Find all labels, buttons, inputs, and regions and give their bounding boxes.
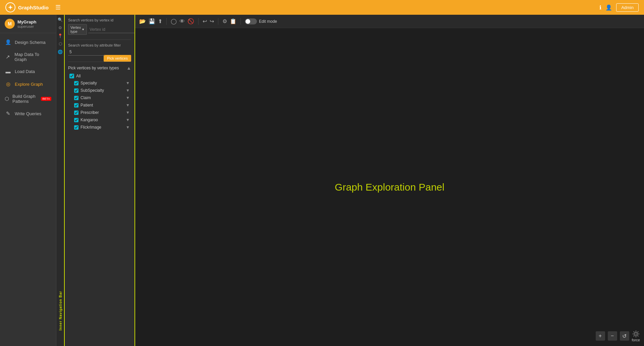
- toolbar-eye-slash-icon[interactable]: 🚫: [187, 18, 194, 24]
- sidebar-item-design-schema[interactable]: 👤 Design Schema: [0, 36, 56, 49]
- graph-toolbar: 📂 💾 ⬆ ◯ 👁 🚫 ↩ ↪ ⚙ 📋 Edit mode: [135, 15, 644, 28]
- vertex-type-checkbox-1[interactable]: [74, 88, 78, 93]
- graph-area: 📂 💾 ⬆ ◯ 👁 🚫 ↩ ↪ ⚙ 📋 Edit mode Graph Expl…: [135, 15, 644, 346]
- force-label[interactable]: force: [632, 330, 640, 342]
- vertex-type-filter-icon-3[interactable]: ▼: [126, 103, 130, 108]
- design-schema-icon: 👤: [5, 39, 11, 45]
- vertex-type-checkbox-2[interactable]: [74, 96, 78, 100]
- sidebar-item-build-graph[interactable]: ⬡ Build Graph Patterns BETA: [0, 90, 56, 107]
- vertex-type-select[interactable]: Vertex type ▼: [68, 24, 87, 35]
- toolbar-circle-icon[interactable]: ◯: [171, 18, 177, 24]
- beta-badge: BETA: [41, 97, 51, 101]
- refresh-button[interactable]: ↺: [620, 331, 629, 341]
- svg-line-12: [634, 335, 635, 336]
- vertex-type-filter-icon-1[interactable]: ▼: [126, 88, 130, 93]
- vertex-type-name-0: Specialty: [80, 81, 97, 85]
- vertex-type-name-1: SubSpecialty: [80, 88, 104, 93]
- filter-section: Search vertices by attribute filter Pick…: [65, 41, 135, 58]
- top-bar-right: ℹ 👤 Admin: [599, 3, 639, 12]
- pick-header: Pick vertices by vertex types ▲: [68, 65, 131, 71]
- search-vertex-label: Search vertices by vertex id: [68, 18, 131, 22]
- zoom-out-button[interactable]: −: [608, 331, 617, 341]
- toolbar-separator-4: [240, 18, 241, 25]
- vertex-type-item: Patient ▼: [73, 101, 131, 109]
- user-icon[interactable]: 👤: [605, 4, 612, 11]
- vertex-type-left: Claim: [74, 95, 91, 100]
- sidebar-item-explore-graph[interactable]: ◎ Explore Graph: [0, 78, 56, 90]
- sidebar-item-map-data[interactable]: ↗ Map Data To Graph: [0, 49, 56, 65]
- vertex-types-list: Specialty ▼ SubSpecialty ▼ Claim ▼ Patie…: [68, 79, 131, 131]
- sidebar-label-write-queries: Write Queries: [15, 111, 41, 116]
- graph-exploration-title: Graph Exploration Panel: [335, 182, 444, 193]
- app-logo: GraphStudio: [5, 2, 49, 12]
- vertex-type-filter-icon-2[interactable]: ▼: [126, 95, 130, 100]
- svg-line-13: [637, 332, 638, 333]
- vertex-type-filter-icon-0[interactable]: ▼: [126, 81, 130, 85]
- force-icon: [632, 330, 640, 338]
- toggle-switch[interactable]: [245, 18, 257, 24]
- vertex-type-left: FlickrImage: [74, 125, 101, 130]
- user-name: MyGraph: [17, 19, 36, 24]
- vertex-type-checkbox-5[interactable]: [74, 118, 78, 122]
- pick-vertices-button[interactable]: Pick vertices: [104, 55, 131, 62]
- sidebar-item-load-data[interactable]: ▬ Load Data: [0, 65, 56, 78]
- vertex-type-left: Patient: [74, 103, 93, 108]
- vertex-type-filter-icon-6[interactable]: ▼: [126, 125, 130, 130]
- vertex-type-filter-icon-5[interactable]: ▼: [126, 118, 130, 122]
- divider-2: [68, 62, 131, 62]
- top-bar: GraphStudio ☰ ℹ 👤 Admin: [0, 0, 644, 15]
- vertex-type-checkbox-0[interactable]: [74, 81, 78, 85]
- toolbar-settings-icon[interactable]: ⚙: [222, 18, 227, 24]
- svg-line-10: [634, 332, 635, 333]
- toggle-slider: [245, 18, 257, 24]
- vertex-type-item: Specialty ▼: [73, 79, 131, 87]
- vertex-type-checkbox-3[interactable]: [74, 103, 78, 108]
- inner-nav-icon-graph[interactable]: ⬡: [59, 42, 62, 46]
- search-vertex-section: Search vertices by vertex id Vertex type…: [65, 15, 135, 38]
- toolbar-folder-icon[interactable]: 📂: [139, 18, 146, 24]
- sidebar-item-write-queries[interactable]: ✎ Write Queries: [0, 107, 56, 120]
- collapse-button[interactable]: ▲: [126, 65, 131, 71]
- vertex-type-left: Prescriber: [74, 110, 99, 115]
- toolbar-save-icon[interactable]: 💾: [149, 18, 155, 24]
- vertex-type-left: Kangaroo: [74, 118, 98, 122]
- inner-nav-label: Inner Navigation Bar: [58, 291, 62, 331]
- toolbar-redo-icon[interactable]: ↪: [210, 18, 214, 24]
- vertex-type-filter-icon-4[interactable]: ▼: [126, 110, 130, 115]
- search-row: Vertex type ▼ 🔍: [68, 24, 131, 35]
- filter-number-input[interactable]: [68, 49, 105, 56]
- toolbar-separator-1: [166, 18, 167, 25]
- zoom-in-button[interactable]: +: [596, 331, 605, 341]
- inner-nav-icon-settings[interactable]: ⚙: [58, 25, 62, 30]
- vertex-type-name-3: Patient: [80, 103, 93, 108]
- vertex-type-checkbox-4[interactable]: [74, 111, 78, 115]
- vertex-type-left: Specialty: [74, 81, 97, 85]
- user-info: MyGraph superuser: [17, 19, 36, 28]
- help-icon[interactable]: ℹ: [599, 4, 601, 11]
- vertex-type-checkbox-6[interactable]: [74, 125, 78, 130]
- toolbar-separator-3: [218, 18, 218, 25]
- toolbar-undo-icon[interactable]: ↩: [203, 18, 207, 24]
- toolbar-eye-icon[interactable]: 👁: [179, 18, 185, 24]
- all-label: All: [76, 74, 80, 78]
- bottom-controls: + − ↺ force: [596, 330, 640, 342]
- inner-nav-icon-globe[interactable]: 🌐: [58, 50, 63, 54]
- toolbar-upload-icon[interactable]: ⬆: [158, 18, 162, 24]
- vertex-type-label: Vertex type: [70, 25, 81, 33]
- graph-canvas[interactable]: Graph Exploration Panel: [135, 28, 644, 346]
- all-checkbox[interactable]: [69, 74, 74, 78]
- vertex-type-name-6: FlickrImage: [80, 125, 101, 130]
- admin-button[interactable]: Admin: [616, 3, 639, 12]
- inner-nav-icon-location[interactable]: 📍: [58, 33, 63, 38]
- toolbar-separator-2: [198, 18, 199, 25]
- inner-navigation-bar: 🔍 ⚙ 📍 ⬡ 🌐 Inner Navigation Bar: [56, 15, 65, 346]
- inner-nav-icon-search[interactable]: 🔍: [58, 17, 63, 22]
- vertex-type-item: Kangaroo ▼: [73, 116, 131, 124]
- user-role: superuser: [17, 24, 36, 28]
- write-queries-icon: ✎: [5, 111, 11, 117]
- menu-icon[interactable]: ☰: [55, 4, 61, 11]
- svg-line-11: [637, 335, 638, 336]
- vertex-id-input[interactable]: [88, 26, 135, 33]
- vertex-type-name-5: Kangaroo: [80, 118, 98, 122]
- toolbar-clipboard-icon[interactable]: 📋: [230, 18, 236, 24]
